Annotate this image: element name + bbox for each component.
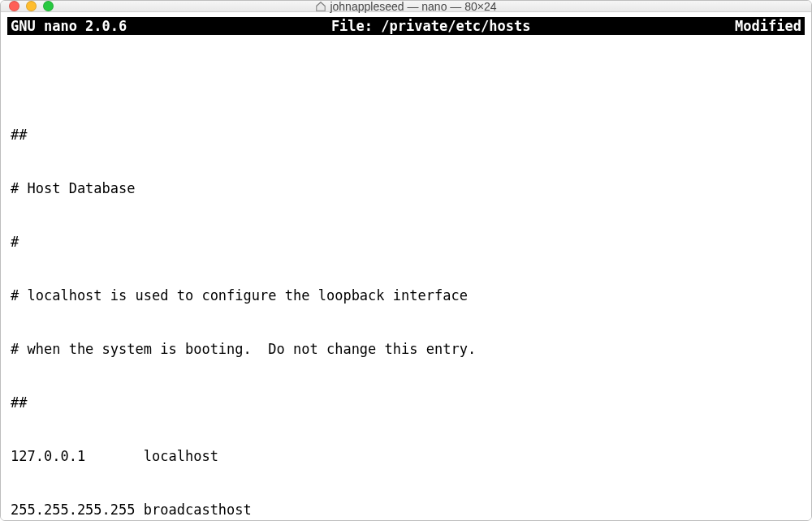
file-line: ## xyxy=(11,394,801,411)
file-line: # xyxy=(11,233,801,251)
traffic-lights xyxy=(9,1,54,11)
nano-header-bar: GNU nano 2.0.6 File: /private/etc/hosts … xyxy=(7,17,805,35)
nano-file-name: File: /private/etc/hosts xyxy=(127,17,735,35)
editor-body[interactable]: ## # Host Database # # localhost is used… xyxy=(7,35,805,521)
file-line: # localhost is used to configure the loo… xyxy=(11,286,801,304)
nano-version: GNU nano 2.0.6 xyxy=(11,17,127,35)
nano-modified-status: Modified xyxy=(735,17,801,35)
close-window-button[interactable] xyxy=(9,1,19,11)
file-line: ## xyxy=(11,126,801,144)
file-line: 127.0.0.1 localhost xyxy=(11,447,801,465)
window-titlebar: johnappleseed — nano — 80×24 xyxy=(1,1,811,12)
window-title: johnappleseed — nano — 80×24 xyxy=(1,0,811,13)
terminal-window: johnappleseed — nano — 80×24 GNU nano 2.… xyxy=(0,0,812,521)
file-line: 255.255.255.255 broadcasthost xyxy=(11,501,801,519)
zoom-window-button[interactable] xyxy=(43,1,54,11)
minimize-window-button[interactable] xyxy=(26,1,37,11)
window-title-text: johnappleseed — nano — 80×24 xyxy=(330,0,496,13)
file-line: # Host Database xyxy=(11,179,801,197)
file-line: # when the system is booting. Do not cha… xyxy=(11,340,801,358)
home-icon xyxy=(315,1,326,12)
terminal-content[interactable]: GNU nano 2.0.6 File: /private/etc/hosts … xyxy=(1,12,811,521)
blank-line xyxy=(11,72,801,90)
